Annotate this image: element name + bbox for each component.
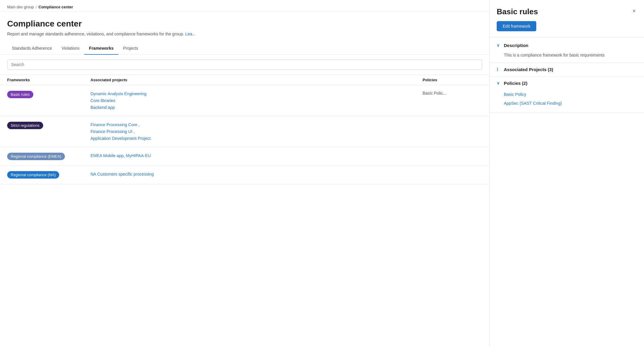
breadcrumb-separator: / (36, 5, 37, 9)
framework-cell: Basic rules (7, 91, 90, 98)
side-panel-header: Basic rules × (490, 0, 644, 21)
project-link[interactable]: EMEA Mobile app (90, 153, 124, 158)
col-header-policies: Policies (423, 78, 482, 82)
page-header: Compliance center Report and manage stan… (0, 12, 489, 36)
project-link[interactable]: Core libraries (90, 98, 423, 104)
tab-projects[interactable]: Projects (118, 42, 143, 55)
learn-more-link[interactable]: Lea... (185, 32, 196, 36)
description-accordion-title: Description (504, 43, 529, 48)
search-container (0, 55, 489, 75)
table-row[interactable]: Strict regulations Finance Processing Co… (0, 116, 489, 147)
edit-framework-button[interactable]: Edit framework (497, 21, 536, 31)
breadcrumb-parent[interactable]: Main dev group (7, 5, 34, 9)
policy-link-appsec[interactable]: AppSec (SAST Critical Finding) (504, 99, 637, 108)
breadcrumb: Main dev group / Compliance center (0, 0, 489, 12)
side-panel-title: Basic rules (497, 7, 538, 16)
table-row[interactable]: Regional compliance (NA) NA Customers sp… (0, 166, 489, 184)
framework-cell: Regional compliance (EMEA) (7, 153, 90, 160)
page-title: Compliance center (7, 19, 482, 29)
framework-badge-strict-regulations[interactable]: Strict regulations (7, 122, 43, 129)
project-link[interactable]: MyHIPAA-EU (126, 153, 151, 158)
project-link[interactable]: Application Development Project (90, 135, 423, 142)
framework-badge-na[interactable]: Regional compliance (NA) (7, 171, 59, 179)
projects-cell: EMEA Mobile app, MyHIPAA-EU (90, 153, 423, 159)
chevron-down-icon: ∨ (497, 43, 501, 48)
col-header-projects: Associated projects (90, 78, 423, 82)
tab-standards-adherence[interactable]: Standards Adherence (7, 42, 57, 55)
project-link[interactable]: Dynamic Analysis Engineering (90, 91, 423, 97)
framework-cell: Strict regulations (7, 122, 90, 129)
project-link[interactable]: Finance Processing UI , (90, 129, 423, 135)
framework-cell: Regional compliance (NA) (7, 171, 90, 179)
table-header: Frameworks Associated projects Policies (0, 75, 489, 85)
project-link[interactable]: NA Customers specific processing (90, 171, 423, 177)
main-content: Main dev group / Compliance center Compl… (0, 0, 489, 347)
framework-badge-emea[interactable]: Regional compliance (EMEA) (7, 153, 65, 160)
table-row[interactable]: Basic rules Dynamic Analysis Engineering… (0, 85, 489, 116)
side-panel: Basic rules × Edit framework ∨ Descripti… (489, 0, 644, 347)
search-input[interactable] (7, 60, 482, 70)
description-accordion: ∨ Description This is a compliance frame… (490, 39, 644, 63)
tab-frameworks[interactable]: Frameworks (84, 42, 118, 55)
close-button[interactable]: × (631, 7, 637, 15)
description-text: This is a compliance framework for basic… (504, 52, 637, 58)
description-accordion-body: This is a compliance framework for basic… (490, 52, 644, 62)
panel-divider (490, 37, 644, 37)
table-row[interactable]: Regional compliance (EMEA) EMEA Mobile a… (0, 147, 489, 166)
framework-badge-basic-rules[interactable]: Basic rules (7, 91, 33, 98)
chevron-right-icon: ⟩ (497, 67, 501, 72)
projects-cell: Finance Processing Core , Finance Proces… (90, 122, 423, 142)
project-link[interactable]: Backend app (90, 104, 423, 111)
policies-accordion-header[interactable]: ∨ Policies (2) (490, 76, 644, 90)
policies-accordion-body: Basic Policy AppSec (SAST Critical Findi… (490, 90, 644, 112)
projects-cell: NA Customers specific processing (90, 171, 423, 177)
tab-violations[interactable]: Violations (57, 42, 84, 55)
policy-link-basic[interactable]: Basic Policy (504, 90, 637, 99)
page-description: Report and manage standards adherence, v… (7, 32, 482, 36)
associated-projects-accordion-title: Associated Projects (3) (504, 67, 553, 72)
policies-accordion: ∨ Policies (2) Basic Policy AppSec (SAST… (490, 76, 644, 112)
associated-projects-accordion: ⟩ Associated Projects (3) (490, 63, 644, 76)
policies-cell: Basic Polic... (423, 91, 482, 96)
col-header-frameworks: Frameworks (7, 78, 90, 82)
policies-accordion-title: Policies (2) (504, 81, 527, 86)
breadcrumb-current: Compliance center (38, 5, 73, 9)
tabs-container: Standards Adherence Violations Framework… (0, 42, 489, 55)
project-link[interactable]: Finance Processing Core , (90, 122, 423, 128)
description-accordion-header[interactable]: ∨ Description (490, 39, 644, 52)
policy-text: Basic Polic... (423, 91, 446, 96)
associated-projects-accordion-header[interactable]: ⟩ Associated Projects (3) (490, 63, 644, 76)
chevron-down-icon: ∨ (497, 81, 501, 85)
projects-cell: Dynamic Analysis Engineering Core librar… (90, 91, 423, 111)
